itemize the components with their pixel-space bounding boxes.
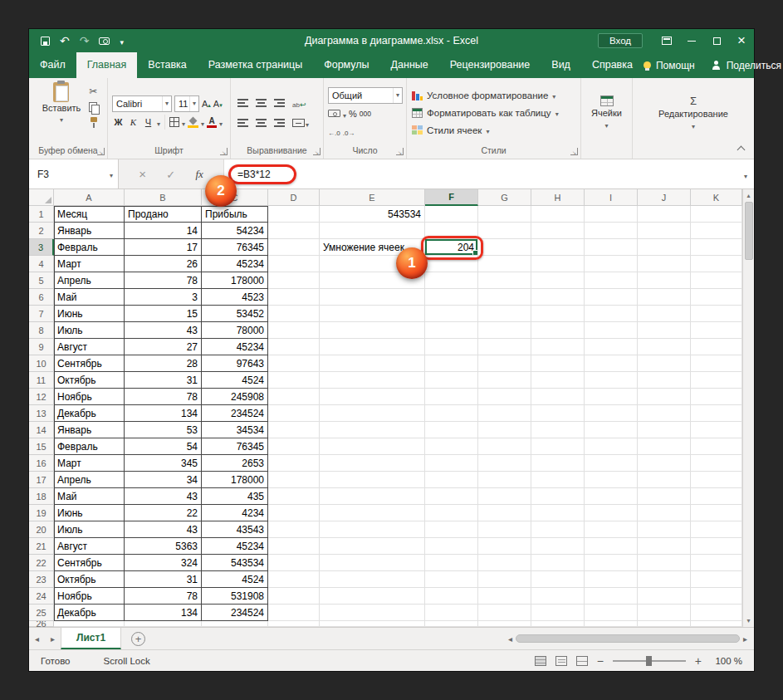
chevron-down-icon[interactable] (343, 106, 346, 121)
cell-F26[interactable] (425, 621, 478, 627)
cell-A23[interactable]: Октябрь (54, 571, 125, 588)
cell-B12[interactable]: 78 (125, 389, 202, 405)
cell-D4[interactable] (268, 256, 320, 272)
cell-J15[interactable] (638, 438, 691, 455)
cell-B2[interactable]: 14 (125, 223, 202, 239)
cell-C3[interactable]: 76345 (202, 239, 268, 256)
cell-E13[interactable] (320, 405, 425, 422)
cell-A2[interactable]: Январь (54, 223, 125, 239)
zoom-out-icon[interactable] (597, 654, 604, 668)
cell-E19[interactable] (320, 505, 425, 521)
cell-B14[interactable]: 53 (125, 422, 202, 438)
cell-G3[interactable] (478, 239, 531, 256)
cell-H5[interactable] (531, 272, 585, 289)
wrap-text-button[interactable] (290, 94, 308, 111)
cell-G15[interactable] (478, 438, 531, 455)
cell-H11[interactable] (531, 372, 585, 389)
tab-home[interactable]: Главная (76, 52, 138, 78)
assistant-button[interactable]: Помощн (644, 52, 695, 78)
align-middle-button[interactable] (253, 94, 269, 111)
cell-I16[interactable] (585, 455, 638, 472)
cell-D26[interactable] (268, 621, 320, 627)
cell-K26[interactable] (691, 621, 742, 627)
cell-F16[interactable] (425, 455, 478, 472)
cell-G24[interactable] (478, 588, 531, 605)
horizontal-scrollbar[interactable] (508, 628, 754, 649)
dialog-launcher-icon[interactable] (396, 148, 404, 155)
underline-button[interactable]: Ч (142, 117, 154, 127)
cell-F1[interactable] (425, 206, 478, 223)
normal-view-icon[interactable] (535, 656, 546, 666)
cell-D1[interactable] (268, 206, 320, 223)
cell-G12[interactable] (478, 389, 531, 405)
cell-H15[interactable] (531, 438, 585, 455)
cell-J24[interactable] (638, 588, 691, 605)
cell-K22[interactable] (691, 555, 742, 571)
cell-A10[interactable]: Сентябрь (54, 355, 125, 372)
cell-I8[interactable] (585, 322, 638, 339)
dialog-launcher-icon[interactable] (570, 148, 578, 155)
cell-K1[interactable] (691, 206, 742, 223)
format-as-table-button[interactable]: Форматировать как таблицу (412, 105, 559, 121)
cell-I20[interactable] (585, 521, 638, 538)
cell-F18[interactable] (425, 488, 478, 505)
row-header-6[interactable]: 6 (29, 289, 54, 306)
cell-K20[interactable] (691, 521, 742, 538)
cell-A5[interactable]: Апрель (54, 272, 125, 289)
cell-F22[interactable] (425, 555, 478, 571)
cell-C10[interactable]: 97643 (202, 355, 268, 372)
name-box[interactable]: F3 (29, 159, 119, 188)
cell-E23[interactable] (320, 571, 425, 588)
cell-I15[interactable] (585, 438, 638, 455)
cell-F4[interactable] (425, 256, 478, 272)
cell-J6[interactable] (638, 289, 691, 306)
cell-H23[interactable] (531, 571, 585, 588)
cell-B1[interactable]: Продано (125, 206, 202, 223)
cell-B16[interactable]: 345 (125, 455, 202, 472)
align-left-button[interactable] (235, 114, 251, 131)
tab-view[interactable]: Вид (541, 52, 581, 78)
cell-G11[interactable] (478, 372, 531, 389)
cell-B24[interactable]: 78 (125, 588, 202, 605)
cell-J10[interactable] (638, 355, 691, 372)
cell-J18[interactable] (638, 488, 691, 505)
cell-I24[interactable] (585, 588, 638, 605)
cell-B8[interactable]: 43 (125, 322, 202, 339)
page-layout-view-icon[interactable] (555, 656, 567, 666)
chevron-down-icon[interactable] (219, 115, 223, 130)
cell-C6[interactable]: 4523 (202, 289, 268, 306)
cell-F19[interactable] (425, 505, 478, 521)
tab-formulas[interactable]: Формулы (313, 52, 379, 78)
cell-J19[interactable] (638, 505, 691, 521)
cell-I7[interactable] (585, 306, 638, 322)
zoom-level[interactable]: 100 % (711, 656, 742, 666)
cell-D5[interactable] (268, 272, 320, 289)
cell-E8[interactable] (320, 322, 425, 339)
cell-K14[interactable] (691, 422, 742, 438)
sheet-tab-list1[interactable]: Лист1 (61, 628, 121, 649)
vertical-scrollbar[interactable] (742, 189, 754, 627)
cell-H12[interactable] (531, 389, 585, 405)
cells-button[interactable]: Ячейки (581, 81, 632, 144)
tab-data[interactable]: Данные (380, 52, 439, 78)
cell-E10[interactable] (320, 355, 425, 372)
cell-G21[interactable] (478, 538, 531, 555)
column-header-H[interactable]: H (531, 189, 585, 206)
increase-decimal-icon[interactable] (328, 124, 340, 139)
column-header-F[interactable]: F (425, 189, 478, 206)
cell-C14[interactable]: 34534 (202, 422, 268, 438)
cell-J3[interactable] (638, 239, 691, 256)
cell-D9[interactable] (268, 339, 320, 355)
cell-C7[interactable]: 53452 (202, 306, 268, 322)
cell-C2[interactable]: 54234 (202, 223, 268, 239)
cell-J26[interactable] (638, 621, 691, 627)
cell-C9[interactable]: 45234 (202, 339, 268, 355)
cell-F10[interactable] (425, 355, 478, 372)
align-bottom-button[interactable] (272, 94, 287, 111)
cell-D16[interactable] (268, 455, 320, 472)
cell-D3[interactable] (268, 239, 320, 256)
cell-F25[interactable] (425, 605, 478, 621)
zoom-in-icon[interactable] (695, 654, 702, 668)
cancel-icon[interactable] (139, 167, 146, 182)
cell-K23[interactable] (691, 571, 742, 588)
